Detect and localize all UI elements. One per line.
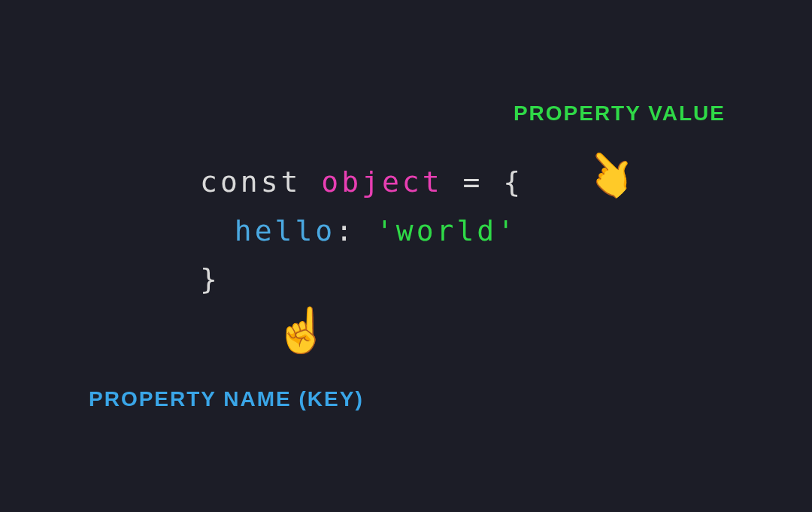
property-value-label: PROPERTY VALUE [514,101,726,126]
property-value-string: 'world' [376,214,517,247]
property-name: hello [235,214,335,247]
pointing-hand-key-icon: ☝️ [274,312,329,356]
code-block: const object = { hello: 'world' } [200,158,523,304]
brace-close: } [200,262,220,295]
identifier-object: object [321,165,442,198]
pointing-hand-value-icon: 👈 [571,141,641,211]
colon: : [335,214,356,247]
keyword-const: const [200,165,301,198]
property-key-label: PROPERTY NAME (KEY) [89,387,364,411]
brace-open: { [503,165,523,198]
equals-sign: = [462,165,483,198]
